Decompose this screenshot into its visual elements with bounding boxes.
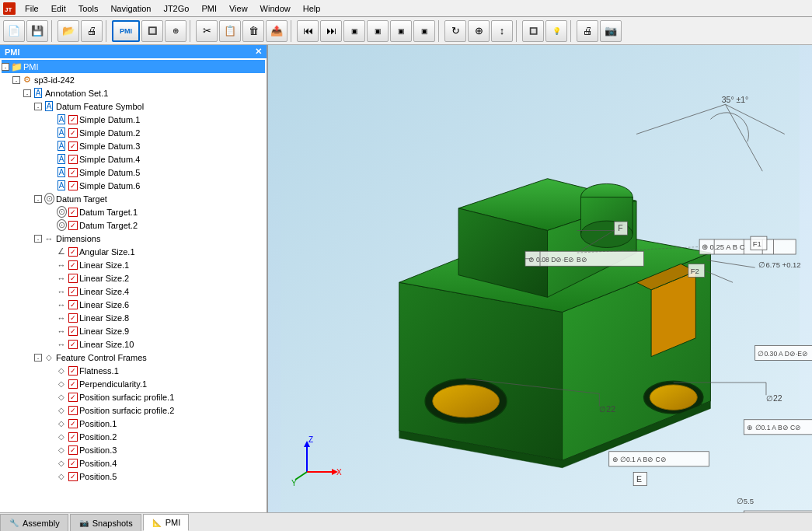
tree-item-sp3[interactable]: -⚙sp3-id-242 <box>2 73 265 86</box>
checkbox-ls2[interactable] <box>68 274 78 283</box>
tree-item-psp2[interactable]: ◇Position surfacic profile.2 <box>2 403 265 417</box>
tree-expand-annset[interactable]: - <box>23 89 31 97</box>
tree-item-dim[interactable]: -↔Dimensions <box>2 232 265 245</box>
tool4-button[interactable]: 📋 <box>219 20 241 42</box>
tree-item-pos1[interactable]: ◇Position.1 <box>2 417 265 430</box>
open-button[interactable]: 📂 <box>58 20 79 42</box>
pmi-button[interactable]: PMI <box>112 20 140 42</box>
menu-file[interactable]: File <box>19 2 45 15</box>
checkbox-psp1[interactable] <box>68 393 78 402</box>
print2-button[interactable]: 🖨 <box>577 20 598 42</box>
menu-edit[interactable]: Edit <box>45 2 72 15</box>
checkbox-ls6[interactable] <box>68 300 78 309</box>
tree-expand-dfs[interactable]: - <box>34 103 42 110</box>
tool2-button[interactable]: ⊕ <box>165 20 186 42</box>
tree-item-root[interactable]: -📁PMI <box>2 60 265 73</box>
tree-item-pos5[interactable]: ◇Position.5 <box>2 470 265 483</box>
new-button[interactable]: 📄 <box>3 20 25 42</box>
tree-item-sd4[interactable]: ASimple Datum.4 <box>2 152 265 166</box>
viewport[interactable]: 35° ±1° F ⊕ 0.25 A B C ⊘ 0.08 D⊘·E⊘ B⊘ F… <box>268 45 812 512</box>
tree-item-annset[interactable]: -AAnnotation Set.1 <box>2 86 265 100</box>
tree-item-as1[interactable]: ∠Angular Size.1 <box>2 245 265 258</box>
tree-item-dt[interactable]: -⊙Datum Target <box>2 192 265 205</box>
checkbox-sd2[interactable] <box>68 128 78 138</box>
tab-snapshots[interactable]: 📷 Snapshots <box>70 514 141 531</box>
menu-navigation[interactable]: Navigation <box>104 2 157 15</box>
checkbox-dt2[interactable] <box>68 221 78 230</box>
tree-expand-root[interactable]: - <box>2 63 9 71</box>
menu-window[interactable]: Window <box>254 2 297 15</box>
tree-item-pos3[interactable]: ◇Position.3 <box>2 443 265 456</box>
checkbox-flat1[interactable] <box>68 366 78 376</box>
panel-close-button[interactable]: ✕ <box>255 47 262 57</box>
tool1-button[interactable]: 🔲 <box>141 20 163 42</box>
tree-item-ls6[interactable]: ↔Linear Size.6 <box>2 298 265 311</box>
checkbox-perp1[interactable] <box>68 379 78 389</box>
checkbox-ls1[interactable] <box>68 260 78 270</box>
checkbox-dt1[interactable] <box>68 208 78 217</box>
tree-item-flat1[interactable]: ◇Flatness.1 <box>2 364 265 377</box>
nav-b2[interactable]: ▣ <box>367 20 389 42</box>
tree-expand-sp3[interactable]: - <box>12 76 20 84</box>
tree-item-sd1[interactable]: ASimple Datum.1 <box>2 113 265 126</box>
tree-expand-dt[interactable]: - <box>34 195 42 203</box>
print-button[interactable]: 🖨 <box>81 20 103 42</box>
nav-b1[interactable]: ▣ <box>343 20 365 42</box>
tab-assembly[interactable]: 🔧 Assembly <box>0 514 68 531</box>
checkbox-sd6[interactable] <box>68 181 78 190</box>
pan-button[interactable]: ↕ <box>491 20 513 42</box>
checkbox-ls10[interactable] <box>68 340 78 349</box>
tree-item-ls4[interactable]: ↔Linear Size.4 <box>2 285 265 298</box>
tree-item-ls1[interactable]: ↔Linear Size.1 <box>2 258 265 271</box>
tool3-button[interactable]: ✂ <box>196 20 218 42</box>
tree-view[interactable]: -📁PMI-⚙sp3-id-242-AAnnotation Set.1-ADat… <box>0 58 267 512</box>
checkbox-pos1[interactable] <box>68 419 78 428</box>
menu-tools[interactable]: Tools <box>72 2 105 15</box>
tree-item-sd5[interactable]: ASimple Datum.5 <box>2 166 265 179</box>
checkbox-pos3[interactable] <box>68 445 78 455</box>
checkbox-ls4[interactable] <box>68 287 78 296</box>
tree-item-sd6[interactable]: ASimple Datum.6 <box>2 179 265 192</box>
menu-jt2go[interactable]: JT2Go <box>157 2 195 15</box>
tab-pmi[interactable]: 📐 PMI <box>143 514 190 531</box>
checkbox-sd1[interactable] <box>68 115 78 124</box>
tool5-button[interactable]: 🗑 <box>242 20 264 42</box>
tree-expand-dim[interactable]: - <box>34 235 42 243</box>
rotate-button[interactable]: ↻ <box>444 20 466 42</box>
tree-item-pos2[interactable]: ◇Position.2 <box>2 430 265 443</box>
tree-item-dfs[interactable]: -ADatum Feature Symbol <box>2 100 265 113</box>
nav-start[interactable]: ⏮ <box>297 20 319 42</box>
tree-item-sd2[interactable]: ASimple Datum.2 <box>2 126 265 139</box>
checkbox-pos2[interactable] <box>68 432 78 442</box>
tree-item-psp1[interactable]: ◇Position surfacic profile.1 <box>2 390 265 403</box>
checkbox-psp2[interactable] <box>68 406 78 415</box>
light-button[interactable]: 💡 <box>545 20 567 42</box>
snapshot-button[interactable]: 📷 <box>600 20 622 42</box>
tree-item-dt1[interactable]: ⊙Datum Target.1 <box>2 205 265 218</box>
checkbox-pos4[interactable] <box>68 459 78 468</box>
tree-item-dt2[interactable]: ⊙Datum Target.2 <box>2 218 265 232</box>
zoom-button[interactable]: ⊕ <box>468 20 490 42</box>
save-button[interactable]: 💾 <box>26 20 48 42</box>
nav-b4[interactable]: ▣ <box>413 20 435 42</box>
menu-help[interactable]: Help <box>297 2 327 15</box>
tree-item-pos4[interactable]: ◇Position.4 <box>2 456 265 470</box>
menu-view[interactable]: View <box>223 2 254 15</box>
tree-item-ls8[interactable]: ↔Linear Size.8 <box>2 311 265 324</box>
nav-b3[interactable]: ▣ <box>390 20 412 42</box>
checkbox-sd3[interactable] <box>68 141 78 151</box>
tool6-button[interactable]: 📤 <box>266 20 288 42</box>
tree-item-ls2[interactable]: ↔Linear Size.2 <box>2 271 265 285</box>
tree-item-sd3[interactable]: ASimple Datum.3 <box>2 139 265 152</box>
nav-prev[interactable]: ⏭ <box>320 20 342 42</box>
tree-item-fcf[interactable]: -◇Feature Control Frames <box>2 351 265 364</box>
checkbox-ls9[interactable] <box>68 327 78 336</box>
checkbox-sd4[interactable] <box>68 155 78 164</box>
tree-expand-fcf[interactable]: - <box>34 354 42 362</box>
checkbox-pos5[interactable] <box>68 472 78 481</box>
checkbox-sd5[interactable] <box>68 168 78 177</box>
render-button[interactable]: 🔲 <box>522 20 544 42</box>
checkbox-as1[interactable] <box>68 247 78 257</box>
tree-item-ls10[interactable]: ↔Linear Size.10 <box>2 337 265 351</box>
menu-pmi[interactable]: PMI <box>195 2 223 15</box>
